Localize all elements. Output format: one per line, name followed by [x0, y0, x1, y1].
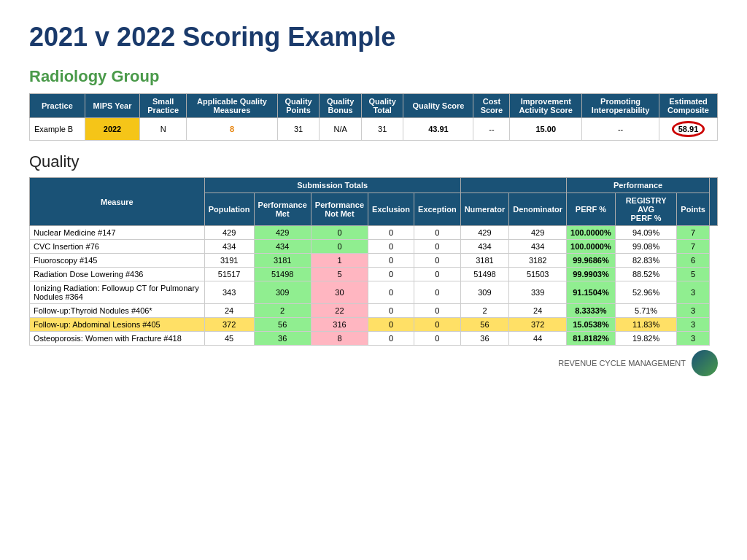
col-exclusion: Exclusion: [368, 193, 414, 226]
cell-registry-avg: 52.96%: [615, 281, 677, 304]
cell-population: 24: [204, 304, 254, 318]
cell-numerator: 2: [460, 304, 509, 318]
col-mips-year: MIPS Year: [85, 94, 140, 118]
col-practice: Practice: [30, 94, 85, 118]
cell-perf-met: 36: [254, 332, 311, 346]
cell-population: 45: [204, 332, 254, 346]
cell-exception: 0: [414, 240, 461, 254]
cell-exception: 0: [414, 281, 461, 304]
cell-numerator: 3181: [460, 254, 509, 268]
cell-measure: CVC Insertion #76: [30, 240, 205, 254]
col-cost-score: CostScore: [473, 94, 510, 118]
col-quality-points: QualityPoints: [277, 94, 320, 118]
cell-denominator: 429: [509, 226, 567, 240]
cell-applicable-quality: 8: [187, 118, 278, 141]
cell-exclusion: 0: [368, 304, 414, 318]
cell-population: 372: [204, 318, 254, 332]
cell-exception: 0: [414, 332, 461, 346]
cell-perf-not-met: 8: [311, 332, 368, 346]
cell-population: 51517: [204, 268, 254, 281]
cell-perf-met: 51498: [254, 268, 311, 281]
footer-label: REVENUE CYCLE MANAGEMENT: [558, 359, 686, 368]
cell-measure: Follow-up:Thyroid Nodules #406*: [30, 304, 205, 318]
cell-denominator: 44: [509, 332, 567, 346]
col-applicable-quality: Applicable QualityMeasures: [187, 94, 278, 118]
cell-exclusion: 0: [368, 318, 414, 332]
quality-row: Nuclear Medicine #147 429 429 0 0 0 429 …: [30, 226, 718, 240]
cell-perf-met: 309: [254, 281, 311, 304]
cell-registry-avg: 99.08%: [615, 240, 677, 254]
cell-exclusion: 0: [368, 254, 414, 268]
col-population: Population: [204, 193, 254, 226]
cell-population: 3191: [204, 254, 254, 268]
col-small-practice: SmallPractice: [140, 94, 187, 118]
cell-points: 5: [677, 268, 710, 281]
col-quality-bonus: QualityBonus: [320, 94, 362, 118]
cell-exception: 0: [414, 304, 461, 318]
cell-perf-met: 429: [254, 226, 311, 240]
cell-measure: Fluoroscopy #145: [30, 254, 205, 268]
cell-population: 434: [204, 240, 254, 254]
cell-points: 7: [677, 226, 710, 240]
cell-perf-met: 3181: [254, 254, 311, 268]
cell-practice: Example B: [30, 118, 85, 141]
cell-perf-pct: 99.9903%: [567, 268, 616, 281]
cell-promoting-interoperability: --: [582, 118, 659, 141]
quality-row: CVC Insertion #76 434 434 0 0 0 434 434 …: [30, 240, 718, 254]
cell-points: 3: [677, 318, 710, 332]
col-measure: Measure: [30, 178, 205, 226]
cell-perf-not-met: 22: [311, 304, 368, 318]
col-perf-met: PerformanceMet: [254, 193, 311, 226]
cell-perf-not-met: 316: [311, 318, 368, 332]
quality-row: Follow-up: Abdominal Lesions #405 372 56…: [30, 318, 718, 332]
cell-exception: 0: [414, 226, 461, 240]
col-denominator: Denominator: [509, 193, 567, 226]
cell-perf-pct: 81.8182%: [567, 332, 616, 346]
cell-denominator: 372: [509, 318, 567, 332]
cell-denominator: 51503: [509, 268, 567, 281]
quality-row: Radiation Dose Lowering #436 51517 51498…: [30, 268, 718, 281]
cell-perf-met: 2: [254, 304, 311, 318]
cell-perf-not-met: 5: [311, 268, 368, 281]
cell-numerator: 434: [460, 240, 509, 254]
cell-numerator: 51498: [460, 268, 509, 281]
quality-heading: Quality: [29, 152, 718, 171]
quality-row: Ionizing Radiation: Followup CT for Pulm…: [30, 281, 718, 304]
cell-exclusion: 0: [368, 281, 414, 304]
cell-exclusion: 0: [368, 240, 414, 254]
cell-improvement-activity: 15.00: [510, 118, 582, 141]
cell-points: 3: [677, 304, 710, 318]
footer-logo-circle: [692, 350, 718, 376]
cell-perf-pct: 100.0000%: [567, 226, 616, 240]
cell-registry-avg: 94.09%: [615, 226, 677, 240]
cell-quality-score: 43.91: [403, 118, 473, 141]
cell-denominator: 3182: [509, 254, 567, 268]
cell-registry-avg: 88.52%: [615, 268, 677, 281]
cell-perf-met: 434: [254, 240, 311, 254]
cell-exclusion: 0: [368, 332, 414, 346]
col-promoting-interoperability: PromotingInteroperability: [582, 94, 659, 118]
cell-exclusion: 0: [368, 226, 414, 240]
page-title: 2021 v 2022 Scoring Example: [29, 22, 718, 52]
cell-exception: 0: [414, 254, 461, 268]
cell-population: 429: [204, 226, 254, 240]
col-exception: Exception: [414, 193, 461, 226]
cell-perf-pct: 100.0000%: [567, 240, 616, 254]
quality-row: Osteoporosis: Women with Fracture #418 4…: [30, 332, 718, 346]
cell-exception: 0: [414, 268, 461, 281]
cell-perf-met: 56: [254, 318, 311, 332]
footer: REVENUE CYCLE MANAGEMENT: [29, 350, 718, 376]
cell-registry-avg: 5.71%: [615, 304, 677, 318]
cell-numerator: 56: [460, 318, 509, 332]
cell-small-practice: N: [140, 118, 187, 141]
cell-quality-points: 31: [277, 118, 320, 141]
cell-perf-not-met: 0: [311, 226, 368, 240]
summary-row: Example B 2022 N 8 31 N/A 31 43.91 -- 15…: [30, 118, 718, 141]
quality-row: Fluoroscopy #145 3191 3181 1 0 0 3181 31…: [30, 254, 718, 268]
cell-population: 343: [204, 281, 254, 304]
blank-spacer: [460, 178, 566, 193]
cell-registry-avg: 19.82%: [615, 332, 677, 346]
cell-points: 3: [677, 281, 710, 304]
performance-header: Performance: [567, 178, 710, 193]
cell-numerator: 429: [460, 226, 509, 240]
